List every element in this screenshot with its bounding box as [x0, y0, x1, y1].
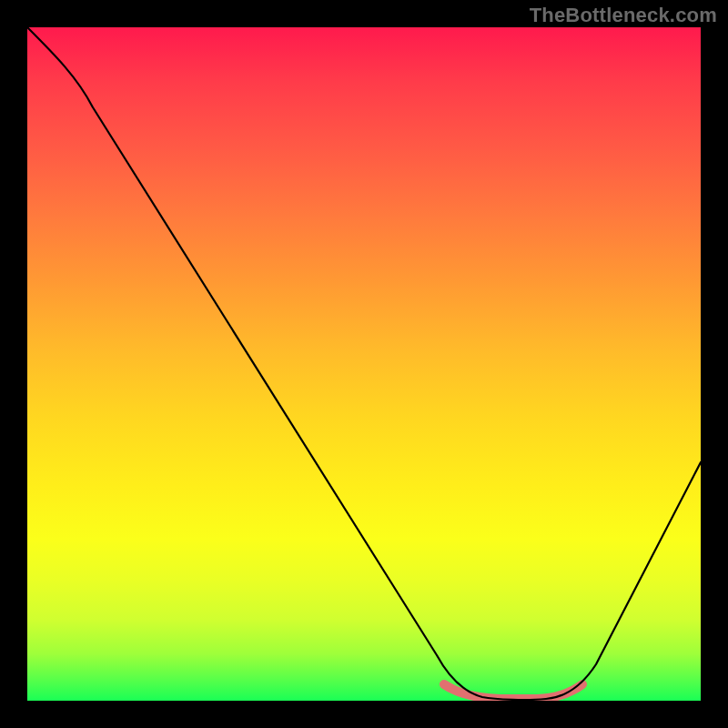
watermark-text: TheBottleneck.com	[530, 4, 717, 27]
optimal-range-highlight	[444, 684, 582, 699]
bottleneck-curve	[27, 27, 701, 700]
curve-layer	[27, 27, 701, 701]
chart-frame: TheBottleneck.com	[0, 0, 728, 728]
plot-area	[27, 27, 701, 701]
